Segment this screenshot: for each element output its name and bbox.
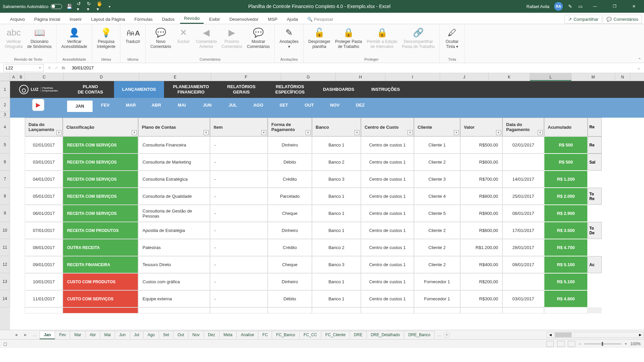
cell-forma[interactable]: Crédito [268,239,312,256]
month-tab[interactable]: MAR [118,103,144,108]
table-header[interactable]: Valor▼ [460,118,502,136]
row-header[interactable]: 4 [0,118,10,136]
cell-datapg[interactable]: 09/01/2017 [502,256,544,273]
table-header[interactable]: Cliente▼ [414,118,460,136]
sheet-nav-more[interactable]: … [30,333,40,337]
col-d[interactable]: D [64,73,139,81]
table-row[interactable]: 03/01/2017 RECEITA COM SERVIÇOS Consulto… [25,154,588,171]
col-h[interactable]: H [336,73,385,81]
cell-centro[interactable]: Centro de custos 1 [361,256,414,273]
table-row[interactable]: 11/01/2017 CUSTO COM SERVIÇOS Equipe ext… [25,290,588,307]
sheet-nav-next[interactable]: ► [21,333,30,337]
cell-plano[interactable]: Consultoria de Marketing [138,154,210,171]
tab-ajuda[interactable]: Ajuda [283,15,302,24]
sheet-tab[interactable]: Mar [70,331,86,339]
cell-banco[interactable]: Banco 3 [312,256,361,273]
col-i[interactable]: I [385,73,440,81]
cell-data[interactable]: 10/01/2017 [25,273,63,290]
row-header[interactable]: 2 [0,98,10,112]
cell-centro[interactable]: Centro de custos 1 [361,136,414,154]
cell-plano[interactable]: Consultoria de Qualidade [138,188,210,205]
table-row[interactable]: 04/01/2017 RECEITA COM SERVIÇOS Consulto… [25,171,588,188]
col-n[interactable]: N [615,73,630,81]
month-tab[interactable]: FEV [93,103,118,108]
row-header[interactable]: 3 [0,112,10,118]
zoom-out-button[interactable]: − [579,342,581,346]
name-box[interactable]: L22▼ [3,64,44,72]
cell-data[interactable]: 04/01/2017 [25,171,63,188]
month-tab[interactable]: OUT [297,103,322,108]
cell-class[interactable]: RECEITA COM SERVIÇOS [63,171,138,188]
month-tab[interactable]: MAI [169,103,195,108]
tab-arquivo[interactable]: Arquivo [6,15,29,24]
nav-item[interactable]: RELATÓRIOSESPECÍFICOS [265,81,315,98]
cell-data[interactable]: 05/01/2017 [25,188,63,205]
cell-item[interactable]: - [210,188,268,205]
cell-acumulado[interactable]: R$ 500 [544,136,588,154]
nav-item[interactable]: LANÇAMENTOS [114,81,164,98]
minimize-button[interactable]: — [588,0,602,13]
month-tab[interactable]: NOV [322,103,347,108]
table-row[interactable]: 10/01/2017 CUSTO COM PRODUTOS Custos com… [25,273,588,290]
cell-data[interactable]: 08/01/2017 [25,239,63,256]
ribbon-btn[interactable]: 💬Mostrar Comentários [245,25,272,51]
cell-datapg[interactable]: 25/01/2017 [502,188,544,205]
col-j[interactable]: J [440,73,489,81]
sheet-tab[interactable]: FC_Cliente [321,331,350,339]
side-label[interactable]: Ac [588,256,602,273]
sheet-nav-prev[interactable]: ◄ [11,333,21,337]
col-k[interactable]: K [489,73,530,81]
col-a[interactable]: A [10,73,17,81]
cell-centro[interactable]: Centro de custos 1 [361,188,414,205]
cell-banco[interactable]: Banco 1 [312,273,361,290]
table-row[interactable]: 05/01/2017 RECEITA COM SERVIÇOS Consulto… [25,188,588,205]
cell-banco[interactable]: Banco 1 [312,136,361,154]
ribbon-btn[interactable]: 📖Dicionário de Sinônimos [25,25,54,51]
sheet-tab[interactable]: Ago [143,331,159,339]
cell-acumulado[interactable]: R$ 4.700 [544,239,588,256]
sheet-tab[interactable]: Fev [55,331,70,339]
cell-data[interactable]: 06/01/2017 [25,205,63,222]
row-header[interactable]: 5 [0,136,10,154]
cell-banco[interactable]: Banco 1 [312,222,361,239]
cell-plano[interactable]: Consultoria de Gestão de Pessoas [138,205,210,222]
sheet-tab[interactable]: FC [258,331,272,339]
cell-centro[interactable]: Centro de custos 1 [361,239,414,256]
ribbon-btn[interactable]: 💬Novo Comentário [148,25,173,51]
filter-dropdown-icon[interactable]: ▼ [496,130,501,135]
cell-centro[interactable]: Centro de custos 1 [361,222,414,239]
avatar[interactable]: RA [554,2,563,11]
sheet-tab[interactable]: Meta [219,331,237,339]
sheet-tab[interactable]: Analise [236,331,258,339]
table-header[interactable]: Centro de Custo▼ [361,118,414,136]
cell-plano[interactable]: Consultoria Estratégica [138,171,210,188]
cell-plano[interactable]: Equipe externa [138,290,210,307]
cell-class[interactable]: RECEITA COM SERVIÇOS [63,205,138,222]
cell-datapg[interactable]: 06/01/2017 [502,205,544,222]
grid[interactable]: LUZPlanilhas EmpresariaisPLANODE CONTASL… [10,81,644,330]
close-button[interactable]: ✕ [627,0,641,13]
coming-soon-icon[interactable]: ✎ [568,4,573,9]
filter-dropdown-icon[interactable]: ▼ [306,130,311,135]
zoom-level[interactable]: 100% [630,342,641,346]
cell-cliente[interactable]: Cliente 2 [414,256,460,273]
side-label[interactable]: To Re [588,188,602,205]
cell-datapg[interactable] [502,273,544,290]
cell-item[interactable]: - [210,154,268,171]
macro-record-icon[interactable]: ▢ [3,342,7,346]
nav-item[interactable]: DASHBOARDS [315,81,362,98]
tab-inserir[interactable]: Inserir [65,15,86,24]
month-tab[interactable]: JUN [195,103,220,108]
row-header[interactable]: 6 [0,154,10,171]
page-layout-view-button[interactable] [557,341,565,347]
cell-cliente[interactable]: Cliente 1 [414,136,460,154]
table-header[interactable]: Data do Lançamento▼ [25,118,63,136]
maximize-button[interactable]: ❐ [607,0,622,13]
cell-plano[interactable]: Apostila de Estratégia [138,222,210,239]
save-icon[interactable]: 💾 [67,4,72,9]
nav-item[interactable]: PLANEJAMENTOFINANCEIRO [164,81,218,98]
tab-msp[interactable]: MSP [264,15,281,24]
sheet-tab[interactable]: DRE_Detalhado [366,331,404,339]
sheet-tab[interactable]: Mai [100,331,115,339]
cell-valor[interactable]: R$700,00 [460,171,502,188]
